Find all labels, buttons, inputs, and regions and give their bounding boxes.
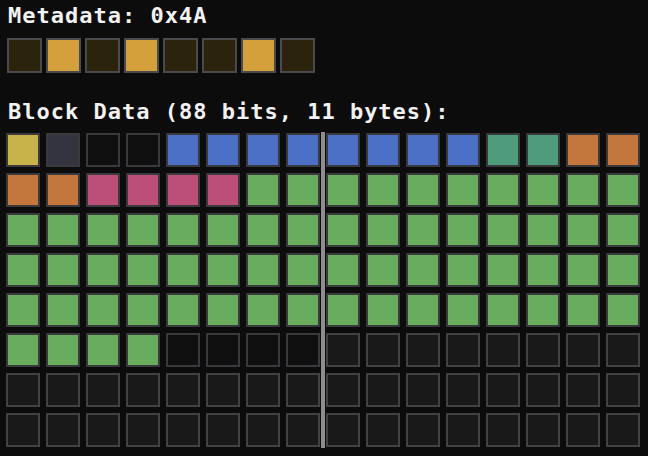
- bit-cell-empty: [486, 373, 520, 407]
- metadata-bit-on: [124, 38, 159, 73]
- bit-cell-green: [566, 293, 600, 327]
- bit-cell-empty: [606, 333, 640, 367]
- bit-cell-empty: [86, 373, 120, 407]
- bit-cell-green: [526, 253, 560, 287]
- bit-cell-empty: [446, 413, 480, 447]
- bit-cell-green: [486, 173, 520, 207]
- bit-cell-teal: [526, 133, 560, 167]
- bit-cell-green: [566, 173, 600, 207]
- bit-cell-empty: [286, 413, 320, 447]
- bit-cell-orange: [606, 133, 640, 167]
- bit-cell-green: [86, 253, 120, 287]
- bit-cell-empty: [126, 413, 160, 447]
- bit-cell-blue: [206, 133, 240, 167]
- bit-cell-green: [126, 213, 160, 247]
- bit-cell-empty: [446, 373, 480, 407]
- bit-cell-green: [326, 213, 360, 247]
- bit-cell-navy: [46, 133, 80, 167]
- bit-cell-empty: [126, 373, 160, 407]
- bit-cell-empty: [326, 373, 360, 407]
- bit-cell-green: [526, 173, 560, 207]
- bit-cell-empty: [206, 413, 240, 447]
- bit-cell-green: [126, 293, 160, 327]
- bit-cell-green: [166, 293, 200, 327]
- bit-cell-green: [486, 253, 520, 287]
- bit-cell-green: [206, 253, 240, 287]
- bit-cell-yellow: [6, 133, 40, 167]
- bit-cell-green: [46, 293, 80, 327]
- bit-cell-green: [566, 253, 600, 287]
- bit-cell-pink: [126, 173, 160, 207]
- metadata-bit-on: [46, 38, 81, 73]
- metadata-bit-off: [163, 38, 198, 73]
- bit-cell-green: [246, 253, 280, 287]
- bit-cell-empty: [326, 413, 360, 447]
- bit-cell-blue: [446, 133, 480, 167]
- bit-cell-empty: [6, 373, 40, 407]
- bit-cell-green: [606, 173, 640, 207]
- block-data-grid: [6, 133, 640, 447]
- bit-cell-green: [606, 213, 640, 247]
- bit-cell-green: [326, 253, 360, 287]
- bit-cell-green: [126, 333, 160, 367]
- bit-cell-green: [446, 253, 480, 287]
- bit-cell-empty: [406, 413, 440, 447]
- bit-cell-empty: [366, 373, 400, 407]
- bit-cell-green: [566, 213, 600, 247]
- bit-cell-empty: [166, 373, 200, 407]
- bit-cell-green: [86, 213, 120, 247]
- bit-cell-green: [86, 333, 120, 367]
- bit-cell-green: [206, 213, 240, 247]
- bit-cell-green: [6, 293, 40, 327]
- bit-cell-green: [46, 213, 80, 247]
- bit-cell-empty: [486, 413, 520, 447]
- bit-cell-green: [86, 293, 120, 327]
- bit-cell-empty: [446, 333, 480, 367]
- bit-cell-green: [286, 213, 320, 247]
- metadata-title: Metadata: 0x4A: [8, 3, 207, 28]
- bit-cell-empty: [246, 373, 280, 407]
- bit-cell-green: [6, 333, 40, 367]
- bit-cell-green: [406, 173, 440, 207]
- bit-cell-orange: [46, 173, 80, 207]
- bit-cell-green: [246, 293, 280, 327]
- bit-cell-empty: [246, 413, 280, 447]
- bit-cell-empty: [526, 413, 560, 447]
- bit-cell-blue: [166, 133, 200, 167]
- bit-cell-green: [366, 173, 400, 207]
- bit-cell-green: [246, 173, 280, 207]
- bit-cell-green: [606, 253, 640, 287]
- bit-cell-empty: [566, 373, 600, 407]
- bit-cell-green: [606, 293, 640, 327]
- bit-cell-empty: [46, 373, 80, 407]
- bit-cell-empty: [6, 413, 40, 447]
- bit-cell-green: [446, 173, 480, 207]
- block-data-title: Block Data (88 bits, 11 bytes):: [8, 99, 450, 124]
- bit-cell-empty: [366, 333, 400, 367]
- bit-cell-green: [6, 253, 40, 287]
- bit-cell-green: [486, 293, 520, 327]
- bit-cell-orange: [6, 173, 40, 207]
- bit-cell-black: [246, 333, 280, 367]
- metadata-bit-off: [280, 38, 315, 73]
- bit-cell-teal: [486, 133, 520, 167]
- bit-cell-orange: [566, 133, 600, 167]
- bit-cell-black: [86, 133, 120, 167]
- bit-cell-empty: [526, 333, 560, 367]
- byte-divider: [321, 132, 325, 448]
- bit-cell-green: [326, 293, 360, 327]
- bit-cell-green: [526, 293, 560, 327]
- bit-cell-green: [486, 213, 520, 247]
- bit-cell-green: [366, 253, 400, 287]
- bit-cell-blue: [326, 133, 360, 167]
- bit-cell-pink: [206, 173, 240, 207]
- bit-cell-empty: [406, 373, 440, 407]
- bit-cell-green: [446, 293, 480, 327]
- bit-cell-green: [446, 213, 480, 247]
- bit-cell-green: [46, 253, 80, 287]
- bit-cell-black: [206, 333, 240, 367]
- bit-cell-empty: [366, 413, 400, 447]
- metadata-bit-off: [7, 38, 42, 73]
- bit-cell-empty: [166, 413, 200, 447]
- bit-cell-empty: [206, 373, 240, 407]
